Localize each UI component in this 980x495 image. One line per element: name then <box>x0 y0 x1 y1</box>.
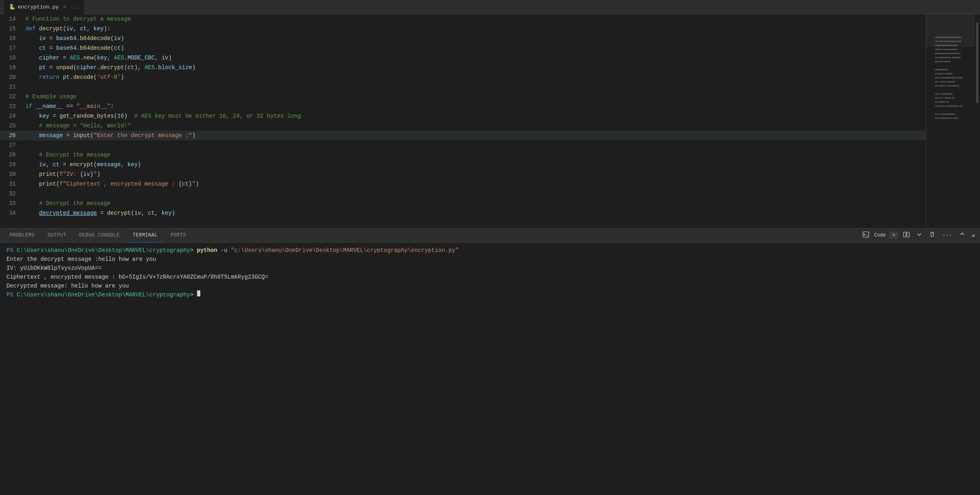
chevron-down-icon[interactable] <box>914 231 924 240</box>
code-line-33: 33 # Decrypt the message <box>0 199 926 208</box>
code-line-27: 27 <box>0 140 926 150</box>
code-line-26: 26 message = input("Enter the decrypt me… <box>0 131 926 140</box>
term-ps-2: PS <box>6 290 17 299</box>
tab-separator: > <box>63 4 66 10</box>
code-line-20: 20 return pt.decode('utf-8') <box>0 72 926 82</box>
plus-icon: + <box>892 233 895 238</box>
line-num-23: 23 <box>0 102 22 111</box>
tab-breadcrumb: ... <box>70 4 79 10</box>
editor-and-minimap: 14 # Function to decrypt a message 15 de… <box>0 14 980 228</box>
tab-debug-label: DEBUG CONSOLE <box>79 233 120 238</box>
line-content-31: print(f"Ciphertext , encrypted message :… <box>22 179 199 189</box>
line-content-32 <box>22 189 25 199</box>
line-num-22: 22 <box>0 92 22 102</box>
vertical-scrollbar[interactable] <box>974 14 980 228</box>
code-line-34: 34 decrypted_message = decrypt(iv, ct, k… <box>0 208 926 218</box>
terminal-line-decrypted: Decrypted message: hello how are you <box>6 281 974 290</box>
scrollbar-thumb[interactable] <box>976 22 978 103</box>
line-num-17: 17 <box>0 43 22 53</box>
tab-problems[interactable]: PROBLEMS <box>3 228 41 243</box>
tab-terminal-label: TERMINAL <box>133 233 158 238</box>
line-content-29: iv, ct = encrypt(message, key) <box>22 160 141 169</box>
panel-tabs: PROBLEMS OUTPUT DEBUG CONSOLE TERMINAL P… <box>0 228 980 243</box>
code-lines: 14 # Function to decrypt a message 15 de… <box>0 14 926 228</box>
code-line-28: 28 # Encrypt the message <box>0 150 926 160</box>
code-line-29: 29 iv, ct = encrypt(message, key) <box>0 160 926 169</box>
term-prompt-2: > <box>190 290 197 299</box>
code-line-19: 19 pt = unpad(cipher.decrypt(ct), AES.bl… <box>0 63 926 72</box>
main-container: 14 # Function to decrypt a message 15 de… <box>0 14 980 495</box>
line-content-22: # Example usage <box>22 92 76 102</box>
term-output-4: Ciphertext , encrypted message : bG+5IgI… <box>6 273 268 281</box>
line-content-15: def decrypt(iv, ct, key): <box>22 24 110 34</box>
line-num-28: 28 <box>0 150 22 160</box>
line-num-15: 15 <box>0 24 22 34</box>
line-num-20: 20 <box>0 72 22 82</box>
line-content-25: # message = "Hello, World!" <box>22 121 131 131</box>
line-content-16: iv = base64.b64decode(iv) <box>22 34 124 43</box>
trash-icon[interactable] <box>927 231 937 240</box>
line-content-14: # Function to decrypt a message <box>22 14 131 24</box>
panel-tab-actions: Code + <box>863 231 977 240</box>
terminal-line-ciphertext: Ciphertext , encrypted message : bG+5IgI… <box>6 273 974 281</box>
line-content-21 <box>22 82 25 92</box>
svg-rect-2 <box>907 232 909 237</box>
new-terminal-button[interactable]: + <box>889 232 898 239</box>
line-num-31: 31 <box>0 179 22 189</box>
panel-area: PROBLEMS OUTPUT DEBUG CONSOLE TERMINAL P… <box>0 228 980 495</box>
code-editor[interactable]: 14 # Function to decrypt a message 15 de… <box>0 14 926 228</box>
line-content-24: key = get_random_bytes(16) # AES key mus… <box>22 111 301 121</box>
line-num-21: 21 <box>0 82 22 92</box>
line-num-29: 29 <box>0 160 22 169</box>
line-num-32: 32 <box>0 189 22 199</box>
term-output-3: IV: yUibDKkW8lpTvyxzoVopUA== <box>6 264 102 273</box>
term-python-cmd: python <box>197 246 217 255</box>
line-content-23: if __name__ == "__main__": <box>22 102 114 111</box>
line-content-26: message = input("Enter the decrypt messa… <box>22 131 195 140</box>
line-num-14: 14 <box>0 14 22 24</box>
code-line-21: 21 <box>0 82 926 92</box>
terminal-line-iv: IV: yUibDKkW8lpTvyxzoVopUA== <box>6 264 974 273</box>
term-output-2: Enter the decrypt message :hello how are… <box>6 255 156 264</box>
terminal-line-prompt: PS C:\Users\shanu\OneDrive\Desktop\MARVE… <box>6 290 974 299</box>
tab-filename: encryption.py <box>18 4 59 10</box>
line-num-25: 25 <box>0 121 22 131</box>
line-num-30: 30 <box>0 169 22 179</box>
terminal-line-command: PS C:\Users\shanu\OneDrive\Desktop\MARVE… <box>6 246 974 255</box>
line-num-24: 24 <box>0 111 22 121</box>
file-tab[interactable]: 🐍 encryption.py > ... <box>4 0 85 14</box>
code-line-23: 23 if __name__ == "__main__": <box>0 102 926 111</box>
code-line-32: 32 <box>0 189 926 199</box>
tab-bar: 🐍 encryption.py > ... <box>0 0 980 14</box>
tab-debug-console[interactable]: DEBUG CONSOLE <box>73 228 126 243</box>
tab-terminal[interactable]: TERMINAL <box>126 228 164 243</box>
minimap[interactable]: ████████████████████████████████████ ███… <box>926 14 974 228</box>
line-num-18: 18 <box>0 53 22 63</box>
close-panel-icon[interactable]: ✕ <box>970 231 977 240</box>
terminal-content[interactable]: PS C:\Users\shanu\OneDrive\Desktop\MARVE… <box>0 243 980 495</box>
code-line-22: 22 # Example usage <box>0 92 926 102</box>
split-editor-icon[interactable] <box>902 231 911 240</box>
line-num-27: 27 <box>0 140 22 150</box>
term-prompt-1: > <box>190 246 197 255</box>
tab-problems-label: PROBLEMS <box>10 233 35 238</box>
tab-ports[interactable]: PORTS <box>164 228 193 243</box>
maximize-icon[interactable] <box>957 231 967 240</box>
svg-rect-1 <box>904 232 906 237</box>
terminal-cursor <box>197 290 200 296</box>
terminal-line-input-prompt: Enter the decrypt message :hello how are… <box>6 255 974 264</box>
line-num-26: 26 <box>0 131 22 140</box>
code-line-16: 16 iv = base64.b64decode(iv) <box>0 34 926 43</box>
editor-area: 14 # Function to decrypt a message 15 de… <box>0 14 980 495</box>
line-content-20: return pt.decode('utf-8') <box>22 72 124 82</box>
term-path-1: C:\Users\shanu\OneDrive\Desktop\MARVEL\c… <box>17 246 190 255</box>
line-content-19: pt = unpad(cipher.decrypt(ct), AES.block… <box>22 63 195 72</box>
line-num-33: 33 <box>0 199 22 208</box>
line-content-30: print(f"IV: {iv}") <box>22 169 100 179</box>
code-line-24: 24 key = get_random_bytes(16) # AES key … <box>0 111 926 121</box>
code-label: Code <box>874 233 886 238</box>
more-options-icon[interactable]: ··· <box>940 231 954 239</box>
tab-output[interactable]: OUTPUT <box>41 228 73 243</box>
line-content-18: cipher = AES.new(key, AES.MODE_CBC, iv) <box>22 53 172 63</box>
code-line-25: 25 # message = "Hello, World!" <box>0 121 926 131</box>
